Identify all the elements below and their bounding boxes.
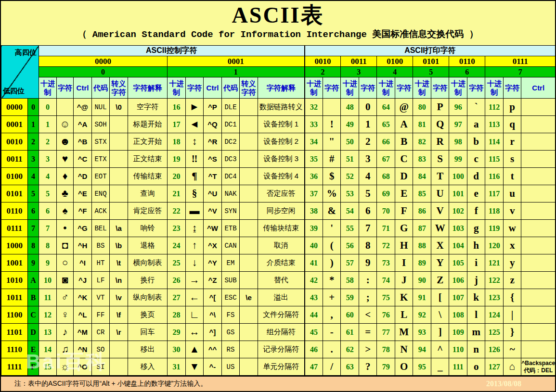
- table-row: 100199○^IHT\t横向制表25↓^YEM介质结束41)57973I89Y…: [1, 254, 556, 272]
- table-row: 000000^@NUL\0空字符16►^PDLE数据链路转义3248064@80…: [1, 99, 556, 116]
- dec-cell: 99: [449, 151, 467, 168]
- char-cell: #: [323, 151, 341, 168]
- char-cell: ♪: [57, 324, 74, 341]
- dec-cell: 116: [485, 168, 504, 185]
- dec-cell: 63: [341, 358, 359, 376]
- code-cell: SYN: [222, 202, 240, 220]
- char-cell: %: [323, 185, 341, 202]
- char-cell: (: [323, 237, 341, 254]
- digit-header: 7: [485, 67, 556, 77]
- dec-cell: 43: [305, 289, 323, 306]
- del-ctrl-cell: [521, 168, 556, 185]
- ctrl-cell: ^@: [74, 99, 92, 116]
- bin-cell: 1111: [1, 358, 28, 376]
- explain-cell: 数据链路转义: [258, 99, 305, 116]
- explain-cell: 肯定应答: [128, 202, 168, 220]
- explain-cell: 换页: [128, 306, 168, 324]
- dec-cell: 33: [305, 116, 323, 133]
- char-cell: Z: [431, 272, 449, 289]
- char-cell: ↨: [186, 220, 204, 237]
- digit-row: 0 1 2 3 4 5 6 7: [1, 67, 556, 77]
- char-cell: f: [467, 202, 485, 220]
- hex-cell: 9: [28, 254, 39, 272]
- col-ctrl: Ctrl: [74, 77, 92, 99]
- explain-cell: 设备控制 3: [258, 151, 305, 168]
- escape-cell: [240, 99, 258, 116]
- dec-cell: 21: [168, 185, 186, 202]
- dec-cell: 11: [39, 289, 57, 306]
- code-cell: ESC: [222, 289, 240, 306]
- explain-cell: 传输块结束: [258, 220, 305, 237]
- ctrl-cell: ^X: [204, 237, 222, 254]
- hex-cell: 8: [28, 237, 39, 254]
- escape-cell: [110, 341, 128, 358]
- escape-cell: [240, 168, 258, 185]
- ctrl-cell: ^C: [74, 151, 92, 168]
- escape-cell: [240, 237, 258, 254]
- char-cell: C: [395, 151, 413, 168]
- code-cell: DC4: [222, 168, 240, 185]
- ctrl-cell: ^\: [204, 306, 222, 324]
- table-row: 1101D13♪^MCR\r回车29↔^]GS组分隔符45-61=77M93]1…: [1, 324, 556, 341]
- char-cell: 0: [359, 99, 377, 116]
- dec-cell: 76: [377, 306, 395, 324]
- char-cell: P: [431, 99, 449, 116]
- dec-cell: 72: [377, 237, 395, 254]
- ctrl-cell: ^F: [74, 202, 92, 220]
- escape-cell: \e: [240, 289, 258, 306]
- code-cell: US: [222, 358, 240, 376]
- ctrl-cell: ^M: [74, 324, 92, 341]
- char-cell: $: [323, 168, 341, 185]
- code-cell: DC1: [222, 116, 240, 133]
- digit-header: 0: [39, 67, 168, 77]
- escape-cell: [240, 324, 258, 341]
- hex-cell: E: [28, 341, 39, 358]
- explain-cell: 退格: [128, 237, 168, 254]
- dec-cell: 127: [485, 358, 504, 376]
- corner-cell: 高四位 低四位: [1, 46, 39, 99]
- table-row: 1110E14♫^NSO移出30▲^^RS记录分隔符46.62>78N94^11…: [1, 341, 556, 358]
- hex-cell: 0: [28, 99, 39, 116]
- code-cell: LF: [92, 272, 110, 289]
- dec-cell: 123: [485, 289, 504, 306]
- bin-cell: 1001: [1, 254, 28, 272]
- explain-cell: 正文开始: [128, 133, 168, 151]
- char-cell: A: [395, 116, 413, 133]
- del-ctrl-cell: [521, 220, 556, 237]
- char-cell: e: [467, 185, 485, 202]
- char-cell: 4: [359, 168, 377, 185]
- note-text: 注：表中的ASCII字符可以用“Alt + 小键盘上的数字键”方法输入。: [14, 379, 207, 388]
- del-ctrl-cell: ^Backspace代码：DEL: [521, 358, 556, 376]
- code-cell: GS: [222, 324, 240, 341]
- col-char: 字符: [431, 77, 449, 99]
- dec-cell: 23: [168, 220, 186, 237]
- char-cell: `: [467, 99, 485, 116]
- dec-cell: 2: [39, 133, 57, 151]
- escape-cell: [240, 341, 258, 358]
- char-cell: 6: [359, 202, 377, 220]
- escape-cell: [240, 185, 258, 202]
- bin-cell: 1100: [1, 306, 28, 324]
- hex-cell: 1: [28, 116, 39, 133]
- char-cell: ►: [186, 99, 204, 116]
- dec-cell: 112: [485, 99, 504, 116]
- dec-cell: 3: [39, 151, 57, 168]
- dec-cell: 57: [341, 254, 359, 272]
- char-cell: ☻: [57, 133, 74, 151]
- dec-cell: 106: [449, 272, 467, 289]
- char-cell: ¶: [186, 168, 204, 185]
- dec-cell: 62: [341, 341, 359, 358]
- char-cell: l: [467, 306, 485, 324]
- dec-cell: 68: [377, 168, 395, 185]
- binary-header: 0100: [377, 56, 413, 67]
- char-cell: D: [395, 168, 413, 185]
- col-dec: 十进制: [341, 77, 359, 99]
- col-ctrl: Ctrl: [521, 77, 556, 99]
- char-cell: 3: [359, 151, 377, 168]
- escape-cell: \b: [110, 237, 128, 254]
- col-escape: 转义字符: [110, 77, 128, 99]
- dec-cell: 89: [413, 254, 431, 272]
- dec-cell: 126: [485, 341, 504, 358]
- char-cell: B: [395, 133, 413, 151]
- table-row: 011066♠^FACK肯定应答22▬^VSYN同步空闲38&54670F86V…: [1, 202, 556, 220]
